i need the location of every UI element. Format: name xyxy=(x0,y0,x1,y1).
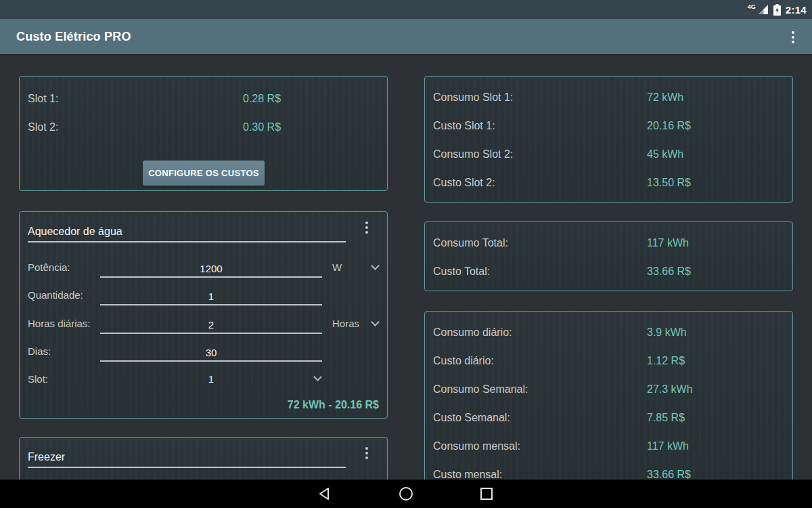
consumo-semanal-label: Consumo Semanal: xyxy=(433,383,528,396)
appliance-overflow-menu-icon[interactable] xyxy=(365,221,368,234)
power-input[interactable]: 1200 xyxy=(100,263,322,278)
custo-total-value: 33.66 R$ xyxy=(647,265,691,278)
hours-unit-chevron-down-icon[interactable] xyxy=(371,318,380,326)
consumo-diario-value: 3.9 kWh xyxy=(647,326,687,339)
quantity-label: Quantidade: xyxy=(28,289,83,302)
clock: 2:14 xyxy=(786,4,807,16)
appliance-name-input[interactable]: Aquecedor de água xyxy=(28,212,346,242)
custo-slot1-label: Custo Slot 1: xyxy=(433,119,495,133)
custo-total-label: Custo Total: xyxy=(433,265,490,278)
days-input[interactable]: 30 xyxy=(100,347,322,362)
custo-semanal-label: Custo Semanal: xyxy=(433,411,510,425)
appliance-name-value: Aquecedor de água xyxy=(28,226,122,238)
network-type-label: 4G xyxy=(748,3,756,10)
consumo-slot1-label: Consumo Slot 1: xyxy=(433,91,513,104)
power-unit: W xyxy=(332,261,342,274)
consumo-slot2-value: 45 kWh xyxy=(647,148,683,161)
slot-spinner[interactable]: 1 xyxy=(100,373,322,386)
custo-slot1-value: 20.16 R$ xyxy=(647,119,691,133)
hours-unit: Horas xyxy=(332,317,359,331)
appliance2-name-input[interactable]: Freezer xyxy=(28,438,346,468)
signal-icon xyxy=(758,4,769,15)
totals-card: Consumo Total: 117 kWh Custo Total: 33.6… xyxy=(424,221,793,291)
android-nav-bar xyxy=(0,480,812,508)
configure-costs-button[interactable]: CONFIGURE OS CUSTOS xyxy=(143,161,265,186)
custo-diario-value: 1.12 R$ xyxy=(647,354,685,368)
custo-diario-label: Custo diário: xyxy=(433,354,494,368)
power-unit-chevron-down-icon[interactable] xyxy=(371,261,380,270)
daily-hours-label: Horas diárias: xyxy=(28,317,91,331)
appliance-card: Aquecedor de água Potência: 1200 W Quant… xyxy=(19,211,388,419)
back-icon[interactable] xyxy=(317,486,334,505)
slot2-price-value: 0.30 R$ xyxy=(243,121,281,134)
custo-slot2-label: Custo Slot 2: xyxy=(433,176,495,190)
recents-icon[interactable] xyxy=(478,486,495,505)
consumo-total-label: Consumo Total: xyxy=(433,236,508,250)
battery-charging-icon xyxy=(773,4,781,16)
home-icon[interactable] xyxy=(398,486,414,505)
status-bar: 4G 2:14 xyxy=(0,0,812,19)
slot2-price-label: Slot 2: xyxy=(28,121,58,134)
slot-label: Slot: xyxy=(28,373,48,386)
slot1-price-value: 0.28 R$ xyxy=(243,92,281,106)
appliance2-overflow-menu-icon[interactable] xyxy=(365,447,368,459)
app-bar: Custo Elétrico PRO xyxy=(0,19,812,54)
overflow-menu-icon[interactable] xyxy=(792,31,794,43)
daily-hours-input[interactable]: 2 xyxy=(100,319,322,334)
consumo-slot2-label: Consumo Slot 2: xyxy=(433,148,513,161)
consumo-mensal-label: Consumo mensal: xyxy=(433,440,520,453)
appliance-result: 72 kWh - 20.16 R$ xyxy=(288,398,379,412)
consumo-slot1-value: 72 kWh xyxy=(647,91,683,104)
consumo-mensal-value: 117 kWh xyxy=(647,440,689,453)
custo-slot2-value: 13.50 R$ xyxy=(647,176,691,190)
consumo-diario-label: Consumo diário: xyxy=(433,326,512,339)
days-label: Dias: xyxy=(28,345,51,358)
screen: { "status_bar": { "network": "4G", "time… xyxy=(0,0,812,508)
slot1-price-label: Slot 1: xyxy=(28,92,58,106)
power-label: Potência: xyxy=(28,261,70,274)
periods-card: Consumo diário: 3.9 kWh Custo diário: 1.… xyxy=(424,311,793,490)
consumo-total-value: 117 kWh xyxy=(647,236,689,250)
app-title: Custo Elétrico PRO xyxy=(16,30,131,44)
slot-summary-card: Consumo Slot 1: 72 kWh Custo Slot 1: 20.… xyxy=(424,76,793,203)
tariffs-card: Slot 1: 0.28 R$ Slot 2: 0.30 R$ CONFIGUR… xyxy=(19,76,388,191)
consumo-semanal-value: 27.3 kWh xyxy=(647,383,693,396)
quantity-input[interactable]: 1 xyxy=(100,291,322,305)
custo-semanal-value: 7.85 R$ xyxy=(647,411,685,425)
appliance2-name-value: Freezer xyxy=(28,451,65,463)
